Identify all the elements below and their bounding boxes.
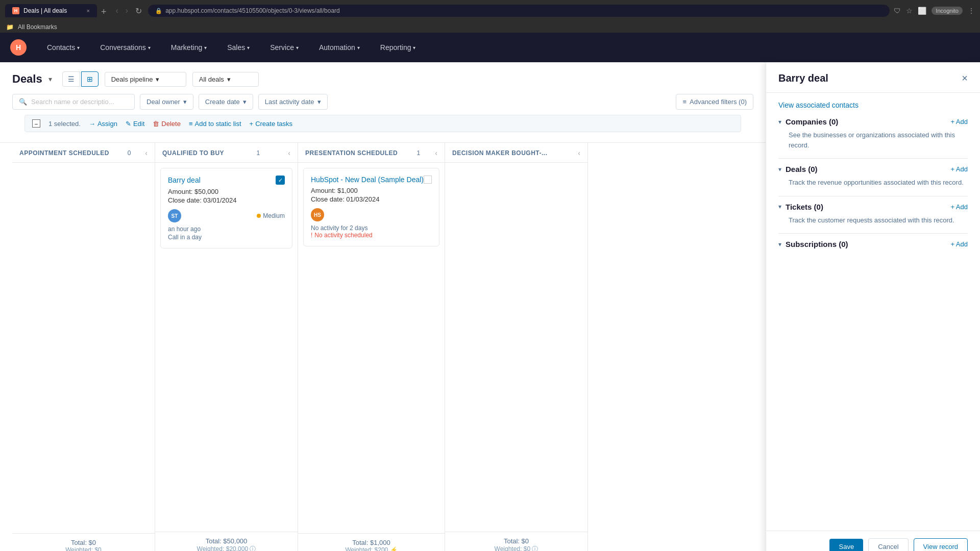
forward-btn[interactable]: › [124,4,130,17]
list-view-toggle[interactable]: ☰ [62,71,80,87]
edit-label: Edit [133,120,144,128]
service-chevron: ▾ [296,45,299,51]
view-toggles: ☰ ⊞ [62,71,99,87]
nav-service[interactable]: Service ▾ [265,40,304,55]
subscriptions-add-btn[interactable]: + Add [950,240,968,248]
selection-count: 1 selected. [48,120,81,128]
browser-actions: 🛡 ☆ ⬜ Incognito ⋮ [894,7,975,15]
tickets-add-btn[interactable]: + Add [950,203,968,211]
column-title-presentation: PRESENTATION SCHEDULED [305,149,398,157]
column-decision-maker: DECISION MAKER BOUGHT-... ‹ Total: $0 We… [445,143,588,551]
tickets-title: Tickets (0) [786,203,823,211]
browser-chrome: H Deals | All deals × + ‹ › ↻ 🔒 app.hubs… [0,0,980,21]
filter-row: 🔍 Search name or descriptio... Deal owne… [12,94,753,110]
menu-icon[interactable]: ⋮ [968,7,975,15]
address-bar[interactable]: 🔒 app.hubspot.com/contacts/45105500/obje… [148,5,890,17]
pipeline-label: Deals pipeline [111,76,153,83]
incognito-badge: Incognito [932,7,963,15]
deals-divider [778,196,968,196]
companies-add-btn[interactable]: + Add [950,118,968,126]
tab-arrange-icon[interactable]: ⬜ [918,7,926,15]
collapse-appointment[interactable]: ‹ [145,149,148,157]
deals-title-panel: Deals (0) [786,165,818,173]
barry-checked-icon[interactable]: ✓ [276,176,285,185]
nav-contacts[interactable]: Contacts ▾ [42,40,85,55]
view-selector[interactable]: All deals ▾ [192,72,259,87]
deals-section-header[interactable]: ▾ Deals (0) + Add [778,165,968,173]
deals-add-btn[interactable]: + Add [950,165,968,173]
search-icon: 🔍 [19,98,27,106]
selection-checkbox[interactable]: – [32,119,40,128]
deals-chevron-icon: ▾ [778,166,781,173]
view-record-button[interactable]: View record [914,538,968,551]
hubspot-avatar-icon: HS [314,212,321,218]
panel-footer: Save Cancel View record [766,531,980,551]
companies-title: Companies (0) [786,117,838,126]
deal-owner-filter[interactable]: Deal owner ▾ [140,94,193,110]
barry-deal-title[interactable]: Barry deal [168,176,201,184]
last-activity-filter[interactable]: Last activity date ▾ [258,94,328,110]
nav-marketing[interactable]: Marketing ▾ [166,40,212,55]
nav-conversations[interactable]: Conversations ▾ [95,40,156,55]
qualified-weighted: Weighted: $20,000 ⓘ [162,545,290,551]
deals-title-row-panel: ▾ Deals (0) [778,165,818,173]
deals-desc: Track the revenue opportunities associat… [778,178,968,188]
deal-card-hubspot[interactable]: HubSpot - New Deal (Sample Deal) Amount:… [303,168,439,246]
view-associated-contacts-link[interactable]: View associated contacts [778,101,859,109]
right-panel: Barry deal × View associated contacts ▾ … [766,62,980,551]
add-to-list-label: Add to static list [194,120,241,128]
barry-task: Call in a day [168,234,285,241]
barry-amount: Amount: $50,000 [168,188,285,195]
main-layout: Deals ▾ ☰ ⊞ Deals pipeline ▾ All deals ▾… [0,62,980,551]
assign-action[interactable]: → Assign [89,120,117,128]
hubspot-meta: HS [311,208,432,221]
reload-btn[interactable]: ↻ [133,4,144,18]
bookmark-label[interactable]: All Bookmarks [18,23,57,31]
nav-sales[interactable]: Sales ▾ [222,40,255,55]
delete-label: Delete [161,120,181,128]
board-view-toggle[interactable]: ⊞ [81,71,99,87]
back-btn[interactable]: ‹ [114,4,120,17]
hubspot-no-scheduled: ! No activity scheduled [311,232,432,239]
warning-icon: ! [311,232,312,239]
nav-reporting[interactable]: Reporting ▾ [375,40,421,55]
hubspot-unchecked[interactable] [424,176,432,184]
assign-label: Assign [97,120,117,128]
panel-close-btn[interactable]: × [962,72,968,84]
pipeline-selector[interactable]: Deals pipeline ▾ [105,72,186,87]
column-qualified-to-buy: QUALIFIED TO BUY 1 ‹ Barry deal ✓ Amount… [155,143,298,551]
collapse-qualified[interactable]: ‹ [288,149,290,157]
collapse-decision[interactable]: ‹ [578,149,580,157]
tickets-divider [778,233,968,234]
nav-automation[interactable]: Automation ▾ [314,40,365,55]
star-icon[interactable]: ☆ [906,7,913,15]
edit-action[interactable]: ✎ Edit [126,120,144,128]
deal-name-hubspot: HubSpot - New Deal (Sample Deal) [311,176,432,184]
add-to-list-action[interactable]: ≡ Add to static list [189,120,241,128]
hubspot-deal-title[interactable]: HubSpot - New Deal (Sample Deal) [311,176,424,184]
create-date-filter[interactable]: Create date ▾ [199,94,253,110]
companies-chevron-icon: ▾ [778,118,781,126]
tickets-section-header[interactable]: ▾ Tickets (0) + Add [778,203,968,211]
tab-close-btn[interactable]: × [87,8,90,14]
conversations-chevron: ▾ [148,45,151,51]
deal-card-barry[interactable]: Barry deal ✓ Amount: $50,000 Close date:… [160,168,292,248]
delete-action[interactable]: 🗑 Delete [153,120,181,128]
subscriptions-section-header[interactable]: ▾ Subscriptions (0) + Add [778,240,968,248]
deals-title-dropdown[interactable]: ▾ [48,75,52,83]
new-tab-btn[interactable]: + [98,7,110,17]
contacts-chevron: ▾ [77,45,80,51]
advanced-filters-btn[interactable]: ≡ Advanced filters (0) [676,94,753,110]
tickets-chevron-icon: ▾ [778,203,781,210]
search-box[interactable]: 🔍 Search name or descriptio... [12,94,135,110]
companies-section-header[interactable]: ▾ Companies (0) + Add [778,117,968,126]
collapse-presentation[interactable]: ‹ [435,149,437,157]
cancel-button[interactable]: Cancel [868,538,908,551]
advanced-filters-icon: ≡ [682,98,687,106]
create-tasks-action[interactable]: + Create tasks [250,120,293,128]
logo-text: H [16,43,21,52]
save-button[interactable]: Save [829,539,863,551]
active-tab[interactable]: H Deals | All deals × [5,4,97,17]
tab-favicon: H [12,7,19,14]
deals-page-title: Deals [12,72,42,86]
